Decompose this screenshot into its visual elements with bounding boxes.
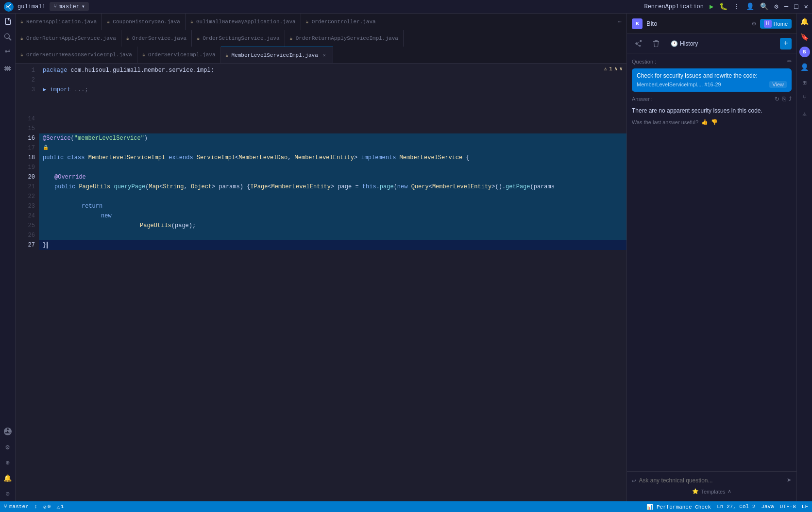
view-button[interactable]: View [769, 81, 787, 88]
new-chat-button[interactable]: + [780, 38, 792, 50]
explorer-icon[interactable] [2, 16, 14, 27]
branch-selector[interactable]: ⑂ master ▾ [50, 2, 89, 11]
code-line-19 [39, 163, 626, 172]
language-indicator[interactable]: Java [761, 504, 774, 510]
tab-close-button[interactable]: ✕ [321, 52, 328, 59]
code-editor[interactable]: 1 2 3 14 15 16 17 18 19 20 21 22 [16, 64, 626, 501]
edit-icon[interactable]: ✏ [787, 58, 792, 65]
back-button[interactable]: ↩ [632, 477, 636, 485]
error-icon[interactable]: ⊘ [2, 488, 14, 499]
run-icon[interactable]: ▶ [710, 2, 713, 11]
accounts-icon[interactable] [2, 426, 14, 437]
home-icon: H [764, 20, 772, 28]
settings-icon-bito[interactable]: ⚙ [752, 19, 756, 28]
plus-icon: + [783, 39, 788, 48]
tab-coupon-history-dao[interactable]: ☕ CouponHistoryDao.java [102, 14, 186, 30]
debug-icon[interactable]: 🐛 [719, 2, 727, 11]
status-branch[interactable]: ⑂ master [4, 504, 29, 510]
terminal-right-icon[interactable]: ⊞ [799, 77, 811, 88]
tab-order-service-impl[interactable]: ☕ OrderServiceImpl.java [137, 47, 221, 63]
tab-row-1: ☕ RenrenApplication.java ☕ CouponHistory… [16, 14, 626, 30]
tab-order-setting-service[interactable]: ☕ OrderSettingService.java [192, 30, 285, 47]
tab-gateway-application[interactable]: ☕ GulimallGatewayApplication.java [186, 14, 301, 30]
vscode-logo [4, 2, 14, 12]
templates-bar[interactable]: ⭐ Templates ∧ [632, 485, 792, 497]
code-line-25: PageUtils(page); [39, 221, 626, 231]
line-col-indicator[interactable]: Ln 27, Col 2 [717, 504, 755, 510]
bito-footer: ↩ ➤ ⭐ Templates ∧ [627, 471, 796, 501]
tab-order-return-apply-service[interactable]: ☕ OrderReturnApplyService.java [16, 30, 121, 47]
send-button[interactable]: ➤ [787, 476, 792, 485]
chat-input[interactable] [639, 477, 784, 484]
tab-order-return-reason-service-impl[interactable]: ☕ OrderReturnReasonServiceImpl.java [16, 47, 137, 63]
trash-icon[interactable] [649, 37, 663, 50]
chevron-up-templates-icon: ∧ [727, 488, 731, 495]
thumbs-up-icon[interactable]: 👍 [701, 119, 708, 125]
input-area: ↩ ➤ [632, 476, 792, 485]
tab-order-service[interactable]: ☕ OrderService.java [121, 30, 192, 47]
share-icon[interactable] [632, 37, 645, 50]
tab-label: OrderService.java [132, 35, 186, 41]
more-icon[interactable]: ⋮ [733, 2, 740, 11]
history-button[interactable]: 🕐 History [667, 38, 702, 49]
code-line-3: ▶ import ...; [39, 85, 626, 95]
tab-label: OrderReturnReasonServiceImpl.java [26, 52, 132, 58]
git-icon[interactable]: ⑂ [799, 92, 811, 104]
bookmarks-icon[interactable]: 🔖 [799, 31, 811, 43]
search-icon[interactable] [2, 31, 14, 43]
source-control-icon[interactable] [2, 47, 14, 58]
tab-bar: ☕ RenrenApplication.java ☕ CouponHistory… [16, 14, 626, 64]
code-line-gap [39, 95, 626, 114]
code-line-17: 🔒 [39, 143, 626, 153]
minimize-icon[interactable]: ─ [784, 3, 788, 11]
copy-icon[interactable]: ⎘ [782, 96, 786, 102]
settings-gear-icon[interactable]: ⚙ [2, 441, 14, 453]
tab-member-level-service-impl[interactable]: ☕ MemberLevelServiceImpl.java ✕ [221, 47, 333, 63]
java-file-icon: ☕ [290, 35, 293, 41]
tab-renren-application[interactable]: ☕ RenrenApplication.java [16, 14, 102, 30]
refresh-icon[interactable]: ↻ [775, 96, 779, 102]
bito-right-icon[interactable]: B [799, 47, 810, 57]
extensions-icon[interactable] [2, 62, 14, 74]
notification-icon[interactable]: 🔔 [2, 472, 14, 484]
performance-check-label[interactable]: 📊 Performance Check [646, 504, 711, 510]
line-ending-indicator[interactable]: LF [802, 504, 808, 510]
share-answer-icon[interactable]: ⤴ [789, 96, 792, 102]
tab-overflow-menu[interactable]: ⋯ [613, 14, 626, 30]
code-line-16: @Service("memberLevelService") [39, 133, 626, 143]
useful-feedback: Was the last answer useful? 👍 👎 [632, 119, 792, 125]
status-bar: ⑂ master ↕ ⊘ 0 ⚠ 1 📊 Performance Check L… [0, 501, 812, 512]
warning-right-icon[interactable]: ⚠ [799, 108, 811, 119]
app-name: RenrenApplication [644, 3, 703, 10]
code-line-14 [39, 114, 626, 124]
code-line-21: public PageUtils queryPage(Map<String, O… [39, 182, 626, 192]
question-text: Check for security issues and rewrite th… [637, 72, 787, 79]
thumbs-down-icon[interactable]: 👎 [711, 119, 718, 125]
bito-title: Bito [646, 20, 657, 27]
close-icon[interactable]: ✕ [804, 2, 808, 11]
status-errors: ⊘ 0 [43, 504, 51, 510]
notification-right-icon[interactable]: 🔔 [799, 16, 811, 27]
person-right-icon[interactable]: 👤 [799, 61, 811, 73]
java-file-icon: ☕ [226, 52, 229, 58]
tab-order-controller[interactable]: ☕ OrderController.java [301, 14, 381, 30]
home-label: Home [774, 21, 788, 27]
status-bar-right: 📊 Performance Check Ln 27, Col 2 Java UT… [646, 504, 808, 510]
encoding-indicator[interactable]: UTF-8 [780, 504, 796, 510]
tab-label: RenrenApplication.java [26, 19, 97, 25]
top-bar-right: RenrenApplication ▶ 🐛 ⋮ 👤 🔍 ⚙ ─ □ ✕ [644, 2, 808, 11]
avatar-icon[interactable]: 👤 [746, 2, 754, 11]
java-file-icon: ☕ [20, 52, 23, 58]
top-bar: gulimall ⑂ master ▾ RenrenApplication ▶ … [0, 0, 812, 14]
remote-icon[interactable]: ⊕ [2, 457, 14, 468]
code-content[interactable]: package com.huisoul.gulimall.member.serv… [39, 64, 626, 501]
search-icon[interactable]: 🔍 [760, 2, 768, 11]
maximize-icon[interactable]: □ [794, 3, 798, 11]
tab-order-return-apply-service-impl[interactable]: ☕ OrderReturnApplyServiceImpl.java [285, 30, 404, 47]
activity-bar: ⚙ ⊕ 🔔 ⊘ [0, 14, 16, 501]
home-button[interactable]: H Home [760, 19, 792, 29]
status-sync[interactable]: ↕ [34, 504, 38, 510]
settings-icon[interactable]: ⚙ [774, 2, 778, 11]
java-file-icon: ☕ [197, 35, 200, 41]
line-numbers: 1 2 3 14 15 16 17 18 19 20 21 22 [16, 64, 39, 501]
